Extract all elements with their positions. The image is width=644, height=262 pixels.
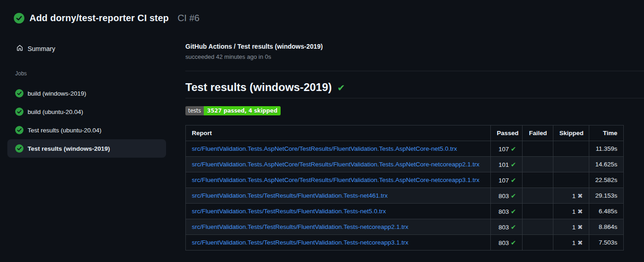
sidebar-job-item[interactable]: Test results (ubuntu-20.04) <box>7 121 166 139</box>
column-header-passed: Passed <box>491 125 523 141</box>
table-body: src/FluentValidation.Tests.AspNetCore/Te… <box>186 141 624 251</box>
jobs-list: build (windows-2019) build (ubuntu-20.04… <box>0 84 177 158</box>
time-cell: 8.864s <box>589 219 624 235</box>
report-cell: src/FluentValidation.Tests/TestResults/F… <box>186 188 491 204</box>
count-value: 1 <box>572 224 576 231</box>
table-row: src/FluentValidation.Tests/TestResults/F… <box>186 219 624 235</box>
time-cell: 6.485s <box>589 204 624 219</box>
failed-cell <box>523 188 553 204</box>
job-label: build (ubuntu-20.04) <box>28 108 83 115</box>
failed-cell <box>523 219 553 235</box>
job-success-check-circle-icon <box>15 144 23 153</box>
table-row: src/FluentValidation.Tests/TestResults/F… <box>186 235 624 251</box>
report-link[interactable]: src/FluentValidation.Tests/TestResults/F… <box>192 223 408 230</box>
table-header-row: Report Passed Failed Skipped Time <box>186 125 624 141</box>
workflow-run-page: Add dorny/test-reporter CI step CI #6 Su… <box>0 0 644 262</box>
table-row: src/FluentValidation.Tests/TestResults/F… <box>186 188 624 204</box>
count-value: 803 <box>499 193 509 199</box>
badge-row: tests 3527 passed, 4 skipped <box>185 106 644 115</box>
table-row: src/FluentValidation.Tests.AspNetCore/Te… <box>186 157 624 172</box>
count-value: 1 <box>572 193 576 199</box>
table-row: src/FluentValidation.Tests.AspNetCore/Te… <box>186 172 624 188</box>
passed-cell: 107✔ <box>491 172 523 188</box>
count-value: 107 <box>499 146 509 153</box>
passed-cell: 803✔ <box>491 235 523 251</box>
divider <box>185 71 644 71</box>
job-success-check-circle-icon <box>15 126 23 134</box>
passed-check-icon: ✔ <box>511 223 516 231</box>
count-value: 101 <box>499 161 509 168</box>
passed-check-icon: ✔ <box>511 192 516 199</box>
job-success-check-circle-icon <box>15 89 23 97</box>
report-cell: src/FluentValidation.Tests/TestResults/F… <box>186 235 491 251</box>
passed-check-icon: ✔ <box>511 145 516 153</box>
skipped-x-icon: ✖ <box>577 208 583 215</box>
section-heading-text: Test results (windows-2019) <box>185 81 332 93</box>
column-header-report: Report <box>186 125 491 141</box>
home-icon <box>16 44 23 53</box>
passed-cell: 107✔ <box>491 141 523 157</box>
job-label: Test results (ubuntu-20.04) <box>28 127 102 134</box>
report-cell: src/FluentValidation.Tests.AspNetCore/Te… <box>186 141 491 157</box>
passed-check-icon: ✔ <box>511 208 516 215</box>
failed-cell <box>523 157 553 172</box>
table-row: src/FluentValidation.Tests/TestResults/F… <box>186 204 624 219</box>
report-cell: src/FluentValidation.Tests.AspNetCore/Te… <box>186 157 491 172</box>
column-header-skipped: Skipped <box>553 125 589 141</box>
sidebar-item-summary[interactable]: Summary <box>0 44 177 54</box>
failed-cell <box>523 235 553 251</box>
passed-cell: 803✔ <box>491 219 523 235</box>
report-link[interactable]: src/FluentValidation.Tests.AspNetCore/Te… <box>192 145 457 152</box>
time-cell: 7.503s <box>589 235 624 251</box>
report-link[interactable]: src/FluentValidation.Tests/TestResults/F… <box>192 192 388 199</box>
report-link[interactable]: src/FluentValidation.Tests/TestResults/F… <box>192 239 408 246</box>
report-cell: src/FluentValidation.Tests/TestResults/F… <box>186 219 491 235</box>
check-run-title: GitHub Actions / Test results (windows-2… <box>185 42 644 51</box>
skipped-x-icon: ✖ <box>577 223 583 231</box>
sidebar-job-item[interactable]: Test results (windows-2019) <box>7 139 166 158</box>
count-value: 1 <box>572 239 576 246</box>
tests-badge[interactable]: tests 3527 passed, 4 skipped <box>185 106 281 115</box>
skipped-x-icon: ✖ <box>577 239 583 246</box>
sidebar-job-item[interactable]: build (windows-2019) <box>7 84 166 103</box>
report-link[interactable]: src/FluentValidation.Tests.AspNetCore/Te… <box>192 161 479 168</box>
count-value: 107 <box>499 177 509 184</box>
passed-check-icon: ✔ <box>511 161 516 168</box>
run-ref: CI #6 <box>178 13 200 23</box>
time-cell: 14.625s <box>589 157 624 172</box>
heading-check-icon: ✔ <box>337 83 345 93</box>
failed-cell <box>523 141 553 157</box>
report-cell: src/FluentValidation.Tests.AspNetCore/Te… <box>186 172 491 188</box>
jobs-heading: Jobs <box>0 70 177 78</box>
report-link[interactable]: src/FluentValidation.Tests.AspNetCore/Te… <box>192 177 479 183</box>
skipped-cell: 1✖ <box>553 235 589 251</box>
time-cell: 29.153s <box>589 188 624 204</box>
count-value: 803 <box>499 239 509 246</box>
skipped-cell: 1✖ <box>553 204 589 219</box>
check-run-status: succeeded 42 minutes ago in 0s <box>185 53 644 61</box>
skipped-cell: 1✖ <box>553 219 589 235</box>
report-cell: src/FluentValidation.Tests/TestResults/F… <box>186 204 491 219</box>
job-label: Test results (windows-2019) <box>28 145 110 152</box>
summary-label: Summary <box>28 45 55 52</box>
count-value: 1 <box>572 208 576 215</box>
column-header-failed: Failed <box>523 125 553 141</box>
test-results-table: Report Passed Failed Skipped Time src/Fl… <box>185 125 624 251</box>
skipped-cell <box>553 157 589 172</box>
job-success-check-circle-icon <box>15 108 23 116</box>
passed-cell: 803✔ <box>491 188 523 204</box>
section-heading: Test results (windows-2019)✔ <box>185 80 644 98</box>
passed-cell: 803✔ <box>491 204 523 219</box>
failed-cell <box>523 204 553 219</box>
badge-value: 3527 passed, 4 skipped <box>204 106 281 115</box>
time-cell: 11.359s <box>589 141 624 157</box>
count-value: 803 <box>499 224 509 231</box>
main-content: GitHub Actions / Test results (windows-2… <box>185 42 644 251</box>
passed-cell: 101✔ <box>491 157 523 172</box>
skipped-cell <box>553 141 589 157</box>
sidebar-job-item[interactable]: build (ubuntu-20.04) <box>7 103 166 121</box>
skipped-cell <box>553 172 589 188</box>
table-row: src/FluentValidation.Tests.AspNetCore/Te… <box>186 141 624 157</box>
report-link[interactable]: src/FluentValidation.Tests/TestResults/F… <box>192 208 386 215</box>
failed-cell <box>523 172 553 188</box>
